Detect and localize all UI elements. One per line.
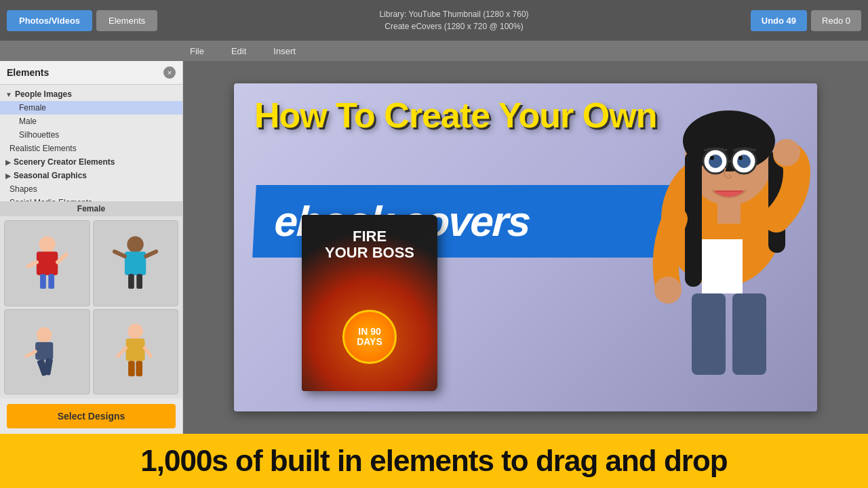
sidebar-item-people-images[interactable]: ▼ People Images bbox=[0, 87, 182, 101]
thumbnail-4[interactable] bbox=[93, 309, 179, 395]
insert-menu[interactable]: Insert bbox=[273, 46, 296, 56]
svg-line-2 bbox=[28, 262, 36, 266]
select-designs-button[interactable]: Select Designs bbox=[7, 404, 176, 428]
thumbnails-grid bbox=[0, 216, 182, 399]
main-area: Elements × ▼ People Images Female Male S… bbox=[0, 61, 868, 434]
svg-point-6 bbox=[127, 236, 144, 252]
sidebar-item-male[interactable]: Male bbox=[0, 115, 182, 128]
male-label: Male bbox=[19, 117, 37, 126]
people-images-label: People Images bbox=[15, 89, 72, 99]
thumbnail-4-image bbox=[106, 322, 165, 381]
sidebar-item-social-media[interactable]: Social Media Elements bbox=[0, 196, 182, 201]
file-menu[interactable]: File bbox=[190, 46, 204, 56]
svg-point-35 bbox=[738, 156, 743, 160]
toolbar-right: Undo 49 Redo 0 bbox=[751, 10, 861, 31]
elements-button[interactable]: Elements bbox=[96, 10, 157, 31]
svg-point-0 bbox=[39, 236, 55, 252]
design-canvas[interactable]: How To Create Your Own eBOOK COVERS FIRE… bbox=[234, 83, 817, 411]
svg-rect-40 bbox=[732, 293, 766, 375]
library-line2: Create eCovers (868 x 488 @ 100%) bbox=[379, 20, 528, 33]
sidebar-title: Elements bbox=[7, 67, 49, 78]
toolbar: Photos/Videos Elements Library: YouTube … bbox=[0, 0, 868, 41]
expand-arrow: ▼ bbox=[5, 91, 12, 98]
svg-line-14 bbox=[26, 352, 35, 357]
svg-rect-10 bbox=[128, 274, 134, 289]
scenery-creator-label: Scenery Creator Elements bbox=[14, 157, 115, 167]
bottom-bar: 1,000s of built in elements to drag and … bbox=[0, 434, 868, 488]
seasonal-graphics-label: Seasonal Graphics bbox=[14, 171, 87, 180]
svg-rect-18 bbox=[126, 339, 145, 361]
sidebar-item-realistic-elements[interactable]: Realistic Elements bbox=[0, 142, 182, 155]
sidebar-item-scenery-creator[interactable]: ▶ Scenery Creator Elements bbox=[0, 155, 182, 169]
svg-rect-36 bbox=[717, 200, 741, 224]
menubar: File Edit Insert bbox=[0, 41, 868, 61]
svg-rect-1 bbox=[37, 251, 58, 275]
svg-rect-16 bbox=[43, 358, 53, 375]
undo-button[interactable]: Undo 49 bbox=[751, 10, 807, 31]
book-badge-line2: DAYS bbox=[357, 337, 382, 347]
sidebar-item-silhouettes[interactable]: Silhouettes bbox=[0, 128, 182, 142]
svg-rect-13 bbox=[35, 342, 53, 360]
svg-point-17 bbox=[127, 324, 143, 340]
svg-rect-22 bbox=[136, 361, 143, 377]
svg-rect-39 bbox=[692, 293, 726, 375]
svg-line-19 bbox=[118, 348, 126, 357]
thumbnail-1-image bbox=[18, 234, 77, 293]
svg-rect-4 bbox=[40, 274, 46, 289]
bottom-text: 1,000s of built in elements to drag and … bbox=[140, 444, 727, 478]
seasonal-arrow: ▶ bbox=[5, 172, 11, 180]
toolbar-left: Photos/Videos Elements bbox=[7, 10, 157, 31]
library-info: Library: YouTube Thumbnail (1280 x 760) … bbox=[379, 8, 528, 33]
photos-videos-button[interactable]: Photos/Videos bbox=[7, 10, 92, 31]
svg-line-8 bbox=[115, 251, 125, 256]
book-title-line2: YOUR BOSS bbox=[325, 245, 414, 261]
svg-rect-11 bbox=[136, 274, 142, 289]
thumbnails-header: Female bbox=[0, 201, 182, 216]
sidebar-close-button[interactable]: × bbox=[163, 66, 176, 79]
thumbnail-1[interactable] bbox=[4, 220, 90, 306]
collapsed-arrow: ▶ bbox=[5, 159, 11, 166]
thumbnail-3[interactable] bbox=[4, 309, 90, 395]
book-badge: IN 90 DAYS bbox=[342, 310, 397, 364]
silhouettes-label: Silhouettes bbox=[19, 130, 59, 140]
redo-button[interactable]: Redo 0 bbox=[811, 10, 861, 31]
ebook-text: e bbox=[273, 198, 298, 245]
svg-rect-21 bbox=[128, 361, 135, 377]
book-title: FIRE YOUR BOSS bbox=[325, 228, 414, 261]
svg-point-34 bbox=[710, 156, 714, 160]
female-label: Female bbox=[19, 103, 46, 113]
book-title-line1: FIRE bbox=[325, 228, 414, 245]
svg-point-12 bbox=[37, 327, 52, 343]
canvas-book: FIRE YOUR BOSS IN 90 DAYS bbox=[302, 215, 437, 391]
sidebar-item-female[interactable]: Female bbox=[0, 101, 182, 115]
book-cover: FIRE YOUR BOSS IN 90 DAYS bbox=[302, 215, 437, 391]
realistic-elements-label: Realistic Elements bbox=[9, 144, 77, 153]
svg-line-9 bbox=[146, 251, 156, 256]
shapes-label: Shapes bbox=[9, 184, 37, 194]
svg-line-20 bbox=[145, 348, 151, 357]
canvas-person bbox=[587, 83, 817, 411]
sidebar: Elements × ▼ People Images Female Male S… bbox=[0, 61, 183, 434]
svg-rect-5 bbox=[48, 274, 54, 289]
library-line1: Library: YouTube Thumbnail (1280 x 760) bbox=[379, 8, 528, 20]
sidebar-item-shapes[interactable]: Shapes bbox=[0, 182, 182, 196]
book-badge-line1: IN 90 bbox=[358, 327, 380, 337]
svg-rect-7 bbox=[125, 251, 146, 275]
svg-rect-24 bbox=[702, 239, 743, 293]
svg-point-38 bbox=[654, 277, 682, 304]
thumbnail-2-image bbox=[106, 234, 165, 293]
svg-point-37 bbox=[773, 139, 800, 166]
thumbnail-3-image bbox=[18, 322, 77, 381]
svg-line-3 bbox=[58, 254, 66, 262]
person-svg bbox=[587, 83, 817, 411]
thumbnail-2[interactable] bbox=[93, 220, 179, 306]
sidebar-tree: ▼ People Images Female Male Silhouettes … bbox=[0, 85, 182, 201]
sidebar-item-seasonal-graphics[interactable]: ▶ Seasonal Graphics bbox=[0, 169, 182, 182]
sidebar-header: Elements × bbox=[0, 61, 182, 85]
edit-menu[interactable]: Edit bbox=[231, 46, 246, 56]
canvas-area: How To Create Your Own eBOOK COVERS FIRE… bbox=[183, 61, 868, 434]
